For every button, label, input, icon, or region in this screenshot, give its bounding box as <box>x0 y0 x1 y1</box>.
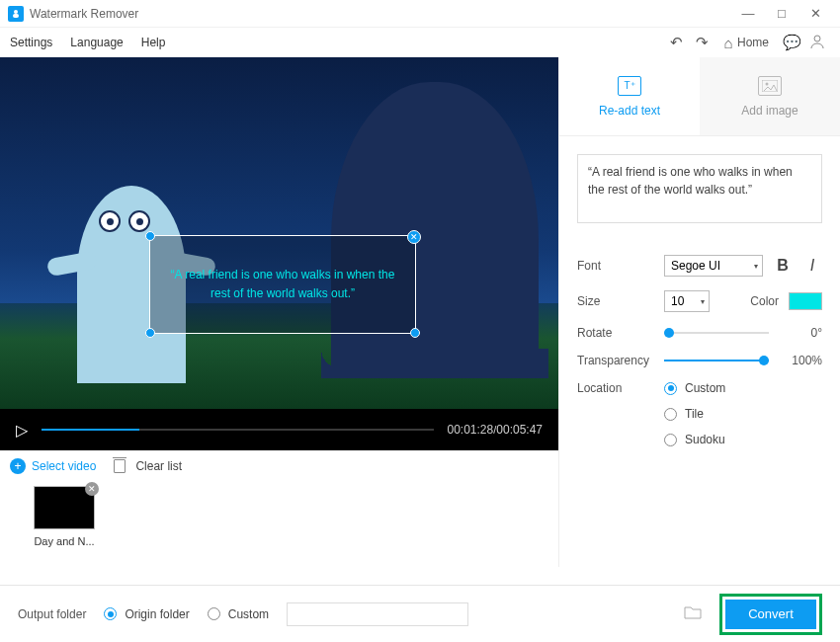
account-icon[interactable] <box>804 34 830 52</box>
overlay-close-icon[interactable]: ✕ <box>407 230 421 244</box>
location-radio-sudoku[interactable]: Sudoku <box>664 433 725 446</box>
image-icon <box>758 76 782 96</box>
svg-point-0 <box>14 10 18 14</box>
clip-name: Day and N... <box>34 535 95 547</box>
location-radio-custom[interactable]: Custom <box>664 381 725 395</box>
play-button[interactable]: ▷ <box>16 421 28 440</box>
convert-highlight: Convert <box>719 594 822 635</box>
clear-list-button[interactable]: Clear list <box>135 459 182 473</box>
svg-point-2 <box>814 36 820 41</box>
tab-readd-text[interactable]: T⁺ Re-add text <box>559 57 700 136</box>
undo-icon[interactable]: ↶ <box>664 34 690 51</box>
watermark-text-input[interactable]: “A real friend is one who walks in when … <box>577 154 822 223</box>
location-label: Location <box>577 381 664 395</box>
timecode: 00:01:28/00:05:47 <box>448 423 544 437</box>
app-icon <box>8 6 24 22</box>
italic-button[interactable]: I <box>802 257 822 275</box>
clip-thumbnail[interactable]: ✕ Day and N... <box>34 486 95 547</box>
minimize-button[interactable]: — <box>731 6 765 21</box>
location-radio-tile[interactable]: Tile <box>664 407 725 421</box>
resize-handle-bl[interactable] <box>145 328 155 338</box>
add-icon[interactable]: + <box>10 458 26 474</box>
svg-point-4 <box>766 82 769 85</box>
resize-handle-br[interactable] <box>410 328 420 338</box>
font-select[interactable]: Segoe UI▾ <box>664 255 763 277</box>
footer: Output folder Origin folder Custom Conve… <box>0 585 840 642</box>
select-video-button[interactable]: Select video <box>32 459 96 473</box>
trash-icon[interactable] <box>114 459 126 473</box>
menu-help[interactable]: Help <box>141 36 166 49</box>
playback-controls: ▷ 00:01:28/00:05:47 <box>0 409 558 450</box>
output-radio-custom[interactable]: Custom <box>208 607 269 621</box>
resize-handle-tl[interactable] <box>145 231 155 241</box>
size-label: Size <box>577 294 664 308</box>
browse-folder-icon[interactable] <box>684 605 702 623</box>
text-icon: T⁺ <box>618 76 641 96</box>
output-radio-origin[interactable]: Origin folder <box>104 607 189 621</box>
tab-add-image[interactable]: Add image <box>700 57 840 136</box>
bold-button[interactable]: B <box>773 257 793 275</box>
svg-rect-1 <box>13 14 19 18</box>
menu-bar: Settings Language Help ↶ ↷ ⌂ Home 💬 <box>0 28 840 57</box>
font-label: Font <box>577 259 664 273</box>
app-title: Watermark Remover <box>30 7 731 21</box>
watermark-overlay[interactable]: “A real friend is one who walks in when … <box>149 235 416 334</box>
maximize-button[interactable]: □ <box>765 6 798 21</box>
output-folder-label: Output folder <box>18 607 86 621</box>
redo-icon[interactable]: ↷ <box>690 34 715 51</box>
rotate-slider[interactable] <box>664 332 769 334</box>
color-label: Color <box>750 294 779 308</box>
remove-clip-icon[interactable]: ✕ <box>85 482 99 496</box>
output-path-input[interactable] <box>287 602 468 626</box>
convert-button[interactable]: Convert <box>725 600 816 629</box>
menu-settings[interactable]: Settings <box>10 36 52 49</box>
size-select[interactable]: 10▾ <box>664 290 710 312</box>
video-preview[interactable]: “A real friend is one who walks in when … <box>0 57 558 409</box>
color-picker[interactable] <box>789 292 822 310</box>
transparency-label: Transparency <box>577 354 664 367</box>
rotate-value: 0° <box>779 326 822 340</box>
close-button[interactable]: ✕ <box>798 6 832 21</box>
rotate-label: Rotate <box>577 326 664 340</box>
seek-bar[interactable] <box>42 429 434 431</box>
title-bar: Watermark Remover — □ ✕ <box>0 0 840 28</box>
menu-language[interactable]: Language <box>70 36 123 49</box>
watermark-overlay-text: “A real friend is one who walks in when … <box>170 266 395 303</box>
transparency-slider[interactable] <box>664 360 769 361</box>
transparency-value: 100% <box>779 354 822 367</box>
home-label[interactable]: Home <box>737 36 769 49</box>
feedback-icon[interactable]: 💬 <box>779 34 804 51</box>
